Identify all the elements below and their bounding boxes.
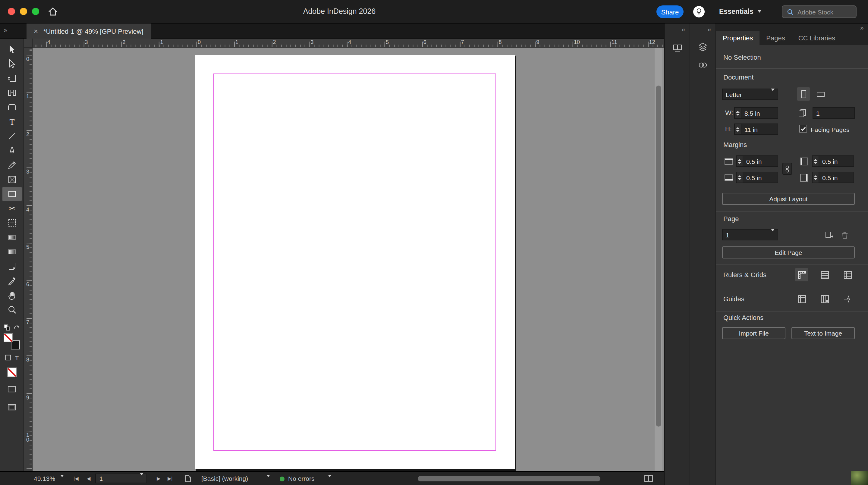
- links-panel-icon[interactable]: [698, 60, 708, 70]
- width-field[interactable]: 8.5 in: [734, 107, 778, 119]
- orientation-landscape-button[interactable]: [814, 87, 827, 101]
- direct-selection-tool[interactable]: [2, 57, 22, 71]
- pages-panel-icon[interactable]: [672, 43, 683, 54]
- tab-pages[interactable]: Pages: [760, 31, 792, 45]
- pages-count-value[interactable]: 1: [813, 109, 854, 117]
- dock-expand-left-icon[interactable]: »: [4, 27, 7, 34]
- margin-bottom-stepper[interactable]: [737, 172, 743, 183]
- lock-guides-button[interactable]: [818, 292, 831, 305]
- margin-right-field[interactable]: 0.5 in: [812, 172, 854, 183]
- page-select[interactable]: 1: [722, 229, 778, 240]
- pasteboard[interactable]: [33, 47, 664, 471]
- preflight-status[interactable]: No errors: [288, 475, 315, 482]
- line-tool[interactable]: [2, 129, 22, 143]
- dock-collapse-icon[interactable]: «: [682, 27, 685, 33]
- home-icon[interactable]: [47, 6, 59, 18]
- screen-mode-normal-button[interactable]: [7, 384, 16, 395]
- height-value[interactable]: 11 in: [741, 126, 778, 133]
- formatting-affects-container-button[interactable]: [5, 354, 11, 362]
- margin-bottom-value[interactable]: 0.5 in: [743, 174, 778, 181]
- screen-mode-preview-button[interactable]: [7, 402, 16, 413]
- hand-tool[interactable]: [2, 288, 22, 302]
- adjust-layout-button[interactable]: Adjust Layout: [722, 193, 855, 205]
- link-margins-icon[interactable]: [782, 163, 792, 175]
- horizontal-scrollbar-thumb[interactable]: [418, 476, 600, 481]
- gradient-swatch-tool[interactable]: [2, 230, 22, 245]
- workspace-switcher[interactable]: Essentials: [719, 8, 761, 15]
- zoom-tool[interactable]: [2, 302, 22, 317]
- document-page[interactable]: [195, 55, 515, 469]
- errors-dropdown-icon[interactable]: [328, 477, 332, 484]
- import-file-button[interactable]: Import File: [722, 327, 785, 339]
- preflight-dropdown-icon[interactable]: [267, 477, 270, 484]
- margin-bottom-field[interactable]: 0.5 in: [736, 172, 778, 183]
- text-to-image-button[interactable]: Text to Image: [792, 327, 855, 339]
- margin-top-field[interactable]: 0.5 in: [736, 156, 778, 167]
- scissors-tool[interactable]: ✂: [2, 201, 22, 216]
- smart-guides-button[interactable]: [841, 292, 854, 305]
- panel-collapse-icon[interactable]: »: [860, 25, 864, 31]
- margin-left-value[interactable]: 0.5 in: [819, 158, 854, 165]
- margin-left-field[interactable]: 0.5 in: [812, 156, 854, 167]
- height-field[interactable]: 11 in: [734, 124, 778, 135]
- pencil-tool[interactable]: [2, 158, 22, 172]
- document-preset-select[interactable]: Letter: [722, 89, 778, 100]
- document-grid-button[interactable]: [841, 268, 854, 281]
- color-theme-tool[interactable]: [2, 273, 22, 288]
- show-guides-button[interactable]: [795, 292, 808, 305]
- margin-top-stepper[interactable]: [737, 156, 743, 166]
- delete-page-button[interactable]: [838, 228, 851, 241]
- margin-left-stepper[interactable]: [812, 156, 819, 166]
- dock-collapse-icon-2[interactable]: «: [708, 27, 711, 33]
- baseline-grid-button[interactable]: [818, 268, 831, 281]
- show-rulers-button[interactable]: [795, 268, 808, 281]
- note-tool[interactable]: [2, 259, 22, 273]
- orientation-portrait-button[interactable]: [797, 87, 810, 101]
- close-window-button[interactable]: [8, 8, 15, 15]
- first-page-button[interactable]: |◀: [73, 476, 79, 481]
- pen-tool[interactable]: [2, 143, 22, 158]
- formatting-affects-text-button[interactable]: T: [15, 355, 19, 361]
- page-number-field[interactable]: 1: [95, 474, 147, 483]
- apply-none-button[interactable]: [7, 367, 17, 377]
- swap-fill-stroke-icon[interactable]: [13, 322, 20, 333]
- default-fill-stroke-icon[interactable]: [4, 322, 10, 333]
- minimize-window-button[interactable]: [20, 8, 27, 15]
- share-button[interactable]: Share: [656, 5, 684, 18]
- last-page-button[interactable]: ▶|: [167, 476, 173, 481]
- selection-tool[interactable]: [2, 42, 22, 57]
- next-page-button[interactable]: ▶: [157, 476, 160, 481]
- document-tab[interactable]: × *Untitled-1 @ 49% [GPU Preview]: [27, 24, 151, 38]
- vertical-scrollbar-thumb[interactable]: [656, 86, 661, 426]
- tab-properties[interactable]: Properties: [716, 31, 760, 45]
- previous-page-button[interactable]: ◀: [87, 476, 90, 481]
- gradient-feather-tool[interactable]: [2, 245, 22, 259]
- preflight-profile[interactable]: [Basic] (working): [201, 475, 248, 482]
- zoom-window-button[interactable]: [32, 8, 39, 15]
- learn-lightbulb-icon[interactable]: [693, 6, 705, 18]
- fill-swatch-none[interactable]: [4, 333, 13, 342]
- height-stepper[interactable]: [735, 124, 741, 134]
- horizontal-ruler[interactable]: 43210123456789101112: [33, 38, 664, 47]
- tab-cc-libraries[interactable]: CC Libraries: [792, 31, 842, 45]
- margin-right-value[interactable]: 0.5 in: [819, 174, 854, 181]
- zoom-dropdown-icon[interactable]: [60, 477, 64, 484]
- gap-tool[interactable]: [2, 86, 22, 100]
- facing-pages-checkbox[interactable]: [799, 125, 807, 133]
- adobe-stock-search-input[interactable]: Adobe Stock: [782, 5, 857, 18]
- close-tab-icon[interactable]: ×: [34, 27, 38, 35]
- layers-panel-icon[interactable]: [698, 41, 708, 53]
- pages-count-field[interactable]: 1: [812, 107, 855, 119]
- content-collector-tool[interactable]: [2, 100, 22, 115]
- width-value[interactable]: 8.5 in: [741, 109, 778, 117]
- margin-right-stepper[interactable]: [812, 172, 819, 183]
- page-tool[interactable]: [2, 71, 22, 86]
- add-page-button[interactable]: [822, 228, 835, 241]
- rectangle-tool[interactable]: [2, 187, 22, 201]
- ruler-origin-corner[interactable]: [24, 38, 33, 47]
- fill-stroke-indicator[interactable]: [4, 333, 20, 350]
- rectangle-frame-tool[interactable]: [2, 172, 22, 187]
- margin-top-value[interactable]: 0.5 in: [743, 158, 778, 165]
- page-number-value[interactable]: 1: [96, 475, 140, 482]
- vertical-ruler[interactable]: 012345678910: [24, 47, 33, 471]
